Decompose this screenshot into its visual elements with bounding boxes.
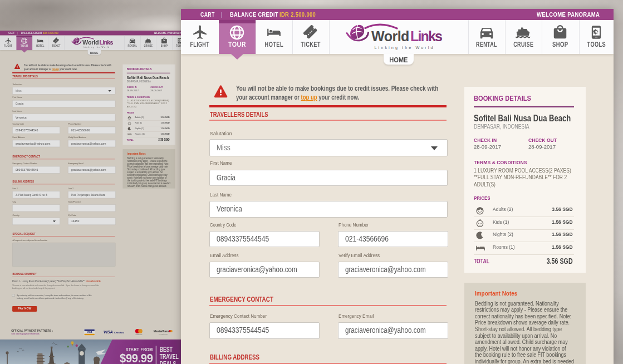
svg-text:Links: Links [99,39,113,46]
svg-text:mastercard: mastercard [135,334,143,336]
svg-text:MasterPass: MasterPass [154,330,169,333]
svg-text:Linking the World: Linking the World [375,45,435,50]
svg-text:VISA: VISA [104,329,113,335]
svg-text:Links: Links [410,28,443,44]
svg-text:Linking the World: Linking the World [84,46,110,48]
svg-text:by MasterCard: by MasterCard [159,333,168,335]
svg-text:VISA: VISA [87,331,92,333]
svg-text:World: World [82,39,99,46]
svg-text:World: World [371,28,409,44]
svg-text:Checkout: Checkout [114,331,124,334]
